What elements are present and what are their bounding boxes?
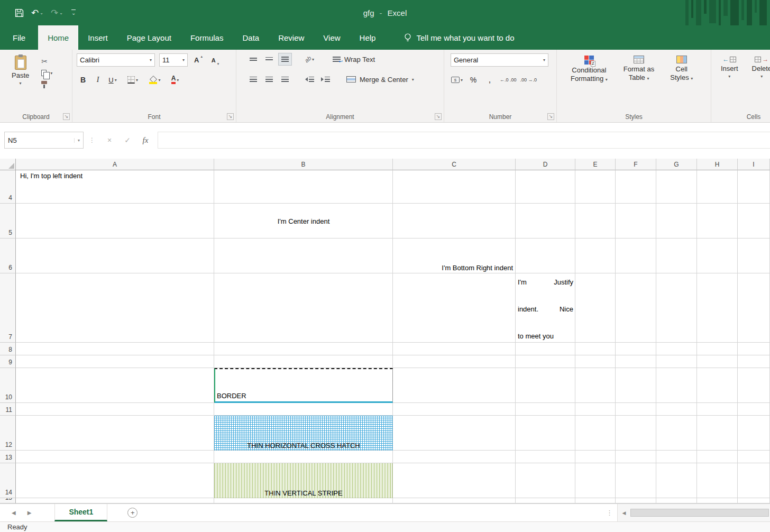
bold-button[interactable]: B (77, 74, 89, 86)
decrease-decimal-button[interactable]: .00 →.0 (520, 74, 537, 86)
grid-cell[interactable] (738, 463, 770, 498)
row-header-12[interactable]: 12 (0, 416, 16, 451)
prev-sheet-icon[interactable]: ◀ (12, 510, 16, 516)
number-format-combo[interactable]: General ▾ (451, 53, 548, 67)
row-header-9[interactable]: 9 (0, 355, 16, 368)
grid-cell[interactable] (656, 204, 697, 239)
sheet-tab-sheet1[interactable]: Sheet1 (54, 504, 107, 521)
add-sheet-button[interactable]: + (127, 508, 138, 518)
font-color-button[interactable]: A▾ (169, 74, 181, 86)
grid-cell[interactable] (575, 403, 616, 416)
name-box[interactable]: N5 ▾ (4, 132, 84, 149)
number-dialog-launcher[interactable]: ↘ (547, 113, 554, 120)
grid-cell[interactable] (616, 204, 656, 239)
row-header-8[interactable]: 8 (0, 343, 16, 355)
insert-function-button[interactable]: fx (136, 132, 154, 149)
scroll-left-icon[interactable]: ◀ (618, 510, 630, 516)
tab-formulas[interactable]: Formulas (181, 25, 233, 50)
grid-cell[interactable] (616, 273, 656, 343)
grid-cell[interactable] (738, 368, 770, 403)
tab-view[interactable]: View (314, 25, 350, 50)
column-header-G[interactable]: G (656, 159, 697, 170)
grid-cell[interactable] (516, 463, 575, 498)
align-center-button[interactable] (263, 74, 276, 85)
conditional-formatting-button[interactable]: ≠ ConditionalFormatting ▾ (567, 53, 611, 86)
grid-cell[interactable] (575, 463, 616, 498)
row-header-5[interactable]: 5 (0, 204, 16, 239)
horizontal-scrollbar[interactable]: ◀ (618, 504, 770, 521)
tab-help[interactable]: Help (350, 25, 386, 50)
grid-cell[interactable] (16, 273, 214, 343)
grid-cell[interactable] (656, 170, 697, 204)
grid-cell[interactable] (656, 403, 697, 416)
grid-cell[interactable] (516, 239, 575, 273)
middle-align-button[interactable] (263, 53, 276, 65)
font-family-combo[interactable]: Calibri ▾ (77, 53, 155, 67)
copy-caret-icon[interactable]: ▾ (50, 71, 52, 76)
tab-home[interactable]: Home (38, 25, 78, 50)
grid-cell[interactable] (656, 343, 697, 355)
grid-cell[interactable] (16, 239, 214, 273)
column-header-E[interactable]: E (575, 159, 616, 170)
grid-cell[interactable] (516, 355, 575, 368)
clipboard-dialog-launcher[interactable]: ↘ (63, 113, 70, 120)
row-header-7[interactable]: 7 (0, 273, 16, 343)
name-box-caret-icon[interactable]: ▾ (74, 138, 80, 143)
grid-cell[interactable] (16, 463, 214, 498)
row-header-11[interactable]: 11 (0, 403, 16, 416)
grid-cell[interactable] (516, 403, 575, 416)
grid-cell[interactable] (214, 170, 393, 204)
grid-cell[interactable] (516, 416, 575, 451)
grid-cell[interactable] (575, 416, 616, 451)
grid-cell[interactable] (616, 368, 656, 403)
grid-cell[interactable] (16, 451, 214, 463)
redo-caret-icon[interactable]: ⌄ (59, 11, 63, 15)
tab-data[interactable]: Data (233, 25, 269, 50)
grid-cell[interactable] (616, 239, 656, 273)
grid-cell[interactable] (393, 204, 516, 239)
grid-cell[interactable] (393, 343, 516, 355)
grid-cell[interactable] (516, 368, 575, 403)
cell-B12[interactable]: THIN HORIZONTAL CROSS HATCH (214, 416, 393, 451)
borders-button[interactable]: ▾ (126, 74, 139, 86)
formula-input[interactable] (158, 132, 770, 149)
comma-style-button[interactable]: , (483, 74, 496, 86)
grid-cell[interactable] (214, 355, 393, 368)
grid-cell[interactable] (656, 416, 697, 451)
row-header-13[interactable]: 13 (0, 451, 16, 463)
grid-cell[interactable] (697, 403, 738, 416)
accounting-caret-icon[interactable]: ▾ (461, 78, 463, 82)
increase-decimal-button[interactable]: ←.0 .00 (500, 74, 517, 86)
italic-button[interactable]: I (91, 74, 104, 86)
cut-button[interactable]: ✂ (40, 56, 54, 67)
grid-cell[interactable] (738, 273, 770, 343)
cell-B10[interactable]: BORDER (214, 368, 393, 403)
grid-cell[interactable] (516, 498, 575, 503)
grid-cell[interactable] (616, 403, 656, 416)
grid-cell[interactable] (16, 416, 214, 451)
grid-cell[interactable] (214, 403, 393, 416)
grid-cell[interactable] (393, 355, 516, 368)
select-all-corner[interactable] (0, 159, 16, 170)
grid-cell[interactable] (738, 239, 770, 273)
grid-cell[interactable] (575, 343, 616, 355)
tab-page-layout[interactable]: Page Layout (117, 25, 181, 50)
row-header-14[interactable]: 14 (0, 463, 16, 498)
grid-cell[interactable] (16, 403, 214, 416)
grid-cell[interactable] (16, 355, 214, 368)
grid-cell[interactable] (393, 416, 516, 451)
cancel-button[interactable]: × (100, 132, 118, 149)
grid-cell[interactable] (656, 368, 697, 403)
column-header-B[interactable]: B (214, 159, 393, 170)
grid-cell[interactable] (16, 204, 214, 239)
cell-B14[interactable]: THIN VERTICAL STRIPE (214, 463, 393, 498)
enter-button[interactable]: ✓ (118, 132, 136, 149)
grid-cell[interactable] (516, 451, 575, 463)
tab-split-handle[interactable]: ⋮ (602, 504, 618, 521)
tab-review[interactable]: Review (269, 25, 314, 50)
grid-cell[interactable] (616, 451, 656, 463)
grid-cell[interactable] (656, 273, 697, 343)
grid-cell[interactable] (697, 239, 738, 273)
grid-cell[interactable] (575, 239, 616, 273)
paste-caret-icon[interactable]: ▾ (20, 81, 22, 86)
